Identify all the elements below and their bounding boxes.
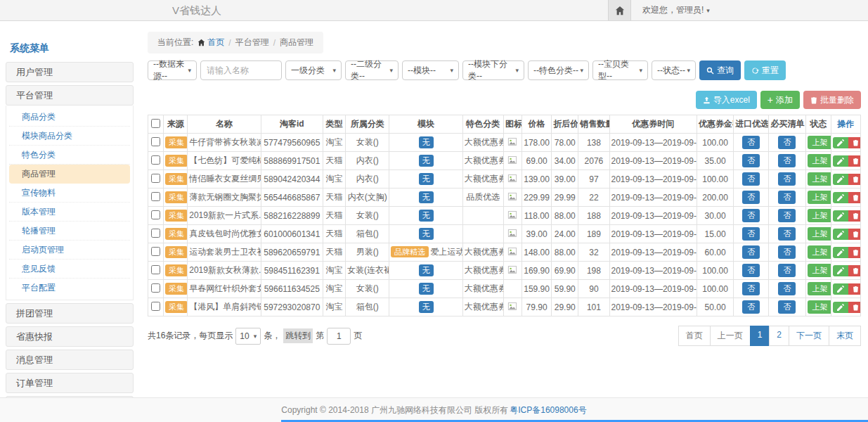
edit-button[interactable]: [833, 155, 848, 167]
icp-link[interactable]: 粤ICP备16098006号: [510, 404, 586, 416]
batch-delete-button[interactable]: 批量删除: [803, 91, 861, 109]
search-button[interactable]: 查询: [699, 60, 741, 80]
status-button[interactable]: 上架: [808, 282, 831, 295]
sidebar-group-platform[interactable]: 平台管理: [6, 85, 134, 106]
page-last-button[interactable]: 末页: [829, 326, 861, 346]
delete-button[interactable]: [848, 229, 861, 240]
page-first-button[interactable]: 首页: [678, 326, 711, 346]
delete-button[interactable]: [848, 265, 861, 276]
delete-button[interactable]: [848, 210, 861, 222]
import-select-toggle[interactable]: 否: [742, 282, 760, 295]
level1-category-select[interactable]: 一级分类▾: [285, 60, 342, 80]
page-2-button[interactable]: 2: [769, 326, 789, 346]
sidebar-item-version-management[interactable]: 版本管理: [9, 203, 130, 222]
must-buy-toggle[interactable]: 否: [778, 191, 796, 203]
edit-button[interactable]: [833, 247, 848, 258]
sidebar-group-express-news[interactable]: 省惠快报: [6, 326, 134, 347]
status-select[interactable]: --状态--▾: [652, 60, 696, 80]
import-select-toggle[interactable]: 否: [742, 191, 760, 203]
sidebar-item-carousel-management[interactable]: 轮播管理: [9, 222, 130, 241]
status-button[interactable]: 上架: [808, 154, 831, 167]
sidebar-group-users[interactable]: 用户管理: [6, 62, 134, 82]
delete-button[interactable]: [848, 192, 861, 203]
delete-button[interactable]: [848, 155, 861, 167]
status-button[interactable]: 上架: [808, 136, 831, 148]
name-input[interactable]: [200, 60, 282, 80]
edit-button[interactable]: [833, 174, 848, 185]
jump-page-input[interactable]: [327, 328, 351, 345]
row-checkbox[interactable]: [151, 192, 160, 201]
page-next-button[interactable]: 下一页: [789, 326, 829, 346]
import-select-toggle[interactable]: 否: [742, 227, 760, 240]
sidebar-item-goods-category[interactable]: 商品分类: [9, 108, 130, 127]
edit-button[interactable]: [833, 210, 848, 222]
import-select-toggle[interactable]: 否: [742, 264, 760, 276]
reset-button[interactable]: 重置: [744, 60, 786, 80]
sidebar-group-groupbuy[interactable]: 拼团管理: [6, 303, 134, 324]
item-type-select[interactable]: --宝贝类型--▾: [592, 60, 648, 80]
must-buy-toggle[interactable]: 否: [778, 245, 796, 258]
row-checkbox[interactable]: [151, 247, 160, 256]
module-select[interactable]: --模块--▾: [402, 60, 459, 80]
import-select-toggle[interactable]: 否: [742, 136, 760, 148]
module-sub-select[interactable]: --模块下分类--▾: [462, 60, 524, 80]
level2-category-select[interactable]: --二级分类--▾: [345, 60, 399, 80]
edit-button[interactable]: [833, 137, 848, 148]
select-all-checkbox[interactable]: [151, 119, 160, 128]
must-buy-toggle[interactable]: 否: [778, 300, 796, 313]
status-button[interactable]: 上架: [808, 172, 831, 185]
per-page-select[interactable]: 10▾: [235, 328, 261, 345]
edit-button[interactable]: [833, 302, 848, 313]
import-select-toggle[interactable]: 否: [742, 300, 760, 313]
edit-button[interactable]: [833, 283, 848, 295]
add-button[interactable]: + 添加: [760, 91, 800, 109]
status-button[interactable]: 上架: [808, 191, 831, 203]
must-buy-toggle[interactable]: 否: [778, 264, 796, 276]
must-buy-toggle[interactable]: 否: [778, 154, 796, 167]
data-source-select[interactable]: --数据来源--▾: [148, 60, 197, 80]
row-checkbox[interactable]: [151, 302, 160, 311]
page-1-button[interactable]: 1: [750, 326, 770, 346]
feature-category-select[interactable]: --特色分类--▾: [528, 60, 589, 80]
edit-button[interactable]: [833, 229, 848, 240]
must-buy-toggle[interactable]: 否: [778, 282, 796, 295]
sidebar-item-feature-category[interactable]: 特色分类: [9, 146, 130, 165]
sidebar-group-messages[interactable]: 消息管理: [6, 350, 134, 370]
status-button[interactable]: 上架: [808, 227, 831, 240]
must-buy-toggle[interactable]: 否: [778, 172, 796, 185]
user-menu[interactable]: 欢迎您，管理员! ▾: [642, 4, 710, 16]
delete-button[interactable]: [848, 174, 861, 185]
must-buy-toggle[interactable]: 否: [778, 209, 796, 222]
sidebar-item-platform-config[interactable]: 平台配置: [9, 279, 130, 298]
page-prev-button[interactable]: 上一页: [710, 326, 751, 346]
import-select-toggle[interactable]: 否: [742, 245, 760, 258]
edit-button[interactable]: [833, 192, 848, 203]
row-checkbox[interactable]: [151, 174, 160, 183]
status-button[interactable]: 上架: [808, 245, 831, 258]
breadcrumb-home-link[interactable]: 首页: [197, 37, 224, 49]
status-button[interactable]: 上架: [808, 300, 831, 313]
delete-button[interactable]: [848, 247, 861, 258]
delete-button[interactable]: [848, 283, 861, 295]
home-button[interactable]: [608, 0, 631, 20]
import-select-toggle[interactable]: 否: [742, 172, 760, 185]
row-checkbox[interactable]: [151, 155, 160, 165]
sidebar-item-promo-materials[interactable]: 宣传物料: [9, 184, 130, 203]
delete-button[interactable]: [848, 302, 861, 313]
sidebar-group-orders[interactable]: 订单管理: [6, 373, 134, 393]
delete-button[interactable]: [848, 137, 861, 148]
row-checkbox[interactable]: [151, 283, 160, 293]
edit-button[interactable]: [833, 265, 848, 276]
import-select-toggle[interactable]: 否: [742, 209, 760, 222]
import-select-toggle[interactable]: 否: [742, 154, 760, 167]
row-checkbox[interactable]: [151, 229, 160, 238]
sidebar-item-goods-management[interactable]: 商品管理: [9, 165, 130, 184]
sidebar-item-module-goods-category[interactable]: 模块商品分类: [9, 127, 130, 146]
row-checkbox[interactable]: [151, 137, 160, 146]
sidebar-item-splash-management[interactable]: 启动页管理: [9, 241, 130, 260]
must-buy-toggle[interactable]: 否: [778, 227, 796, 240]
row-checkbox[interactable]: [151, 265, 160, 274]
row-checkbox[interactable]: [151, 210, 160, 219]
status-button[interactable]: 上架: [808, 209, 831, 222]
status-button[interactable]: 上架: [808, 264, 831, 276]
